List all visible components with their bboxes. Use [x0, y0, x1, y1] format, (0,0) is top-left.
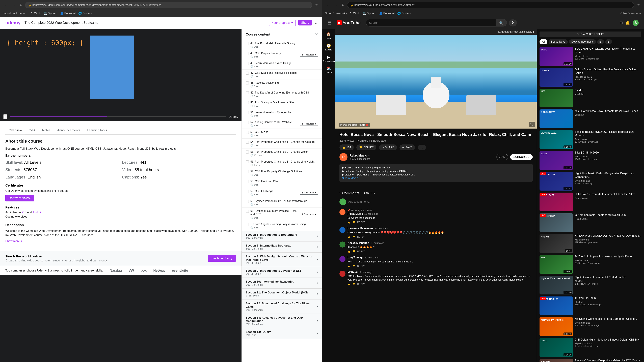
yt-rec-item[interactable]: BLISS 1:03:38 Bliss | Chillmix 2020 Rela…	[540, 151, 641, 170]
comment-dislike-btn[interactable]: 👎	[352, 250, 355, 253]
lesson-checkbox[interactable]	[246, 121, 249, 124]
lesson-checkbox[interactable]	[246, 150, 249, 153]
comment-like-btn[interactable]: 👍	[348, 236, 350, 238]
comment-like-btn[interactable]: 👍	[348, 221, 350, 224]
yt-subscribe-btn[interactable]: SUBSCRIBE	[510, 154, 533, 160]
bookmark-personal[interactable]: 👤 Personal	[60, 11, 76, 15]
lesson-checkbox[interactable]	[246, 180, 249, 183]
yt-sort-btn[interactable]: SORT BY	[363, 192, 375, 195]
section-header[interactable]: Section 10: Intermediate Javascript 0/13…	[242, 278, 322, 289]
yt-dislike-btn[interactable]: 👎 DISLIKE	[356, 144, 376, 150]
udemy-back-btn[interactable]: ←	[3, 2, 9, 8]
lesson-item[interactable]: 54. Font Properties Challenge 1 - Change…	[242, 139, 322, 148]
yt-comment-input[interactable]	[348, 199, 533, 205]
lesson-checkbox[interactable]	[246, 52, 249, 55]
lesson-item[interactable]: 50. Font Styling in Our Personal Site 🕐 …	[242, 99, 322, 109]
yt-user-avatar[interactable]: S	[632, 20, 639, 26]
pill-more2[interactable]: ▶	[605, 39, 612, 44]
yt-other-bookmarks[interactable]: Other Bookmarks	[620, 12, 641, 15]
play-button[interactable]: ▶	[3, 114, 7, 119]
lesson-checkbox[interactable]	[246, 141, 249, 144]
yt-rec-item[interactable]: SEASIDE JAZZ 1:28:45 Seaside Bossa Nova …	[540, 130, 641, 149]
sidebar-item-library[interactable]: 📚 Library	[326, 66, 332, 74]
bookmark-import[interactable]: Import bookmarks...	[3, 12, 28, 15]
yt-url-bar[interactable]: 🔒 https://www.youtube.com/watch?v=PmxGpX…	[347, 2, 634, 8]
section-header[interactable]: Section 7: Intermediate Bootstrap 5/13 ·…	[242, 242, 322, 253]
yt-channel-avatar[interactable]: R	[340, 153, 348, 161]
yt-back-btn[interactable]: ←	[325, 2, 331, 8]
comment-dislike-btn[interactable]: 👎	[352, 236, 355, 238]
tab-qa[interactable]: Q&A	[25, 126, 39, 134]
sidebar-item-explore[interactable]: 🧭 Explore	[325, 43, 332, 51]
lesson-checkbox[interactable]	[246, 81, 249, 84]
yt-rec-item[interactable]: Motivating Work Music 1:11:46 Motivating…	[540, 317, 641, 336]
lesson-checkbox[interactable]	[246, 223, 249, 226]
lesson-item[interactable]: 60. Stylised Personal Site Solution Walk…	[242, 198, 322, 208]
section-header[interactable]: Section 9: Introduction to Javascript ES…	[242, 267, 322, 278]
comment-like-btn[interactable]: 👍	[348, 250, 350, 253]
section-header[interactable]: Section 13: Advanced Javascript and DOM …	[242, 314, 322, 328]
comment-dislike-btn[interactable]: 👎	[352, 283, 355, 285]
yt-rec-item[interactable]: HOTEL JAZZ LIVE Hotel JAZZ - Exquisite I…	[540, 193, 641, 211]
yt-bookmark-personal[interactable]: 👤 Personal	[379, 11, 394, 15]
yt-bookmark-btn[interactable]: ☆	[635, 2, 641, 8]
yt-rec-item[interactable]: CHILL 1:18:25 Chill Guitar Night | Seduc…	[540, 338, 641, 357]
lesson-checkbox[interactable]	[246, 42, 249, 45]
sidebar-item-subscriptions[interactable]: ▶ Subscriptions	[322, 55, 334, 62]
lesson-resources-btn[interactable]: ⊕ Resources ▾	[300, 53, 318, 57]
yt-logo[interactable]: ▶ YouTube	[337, 20, 360, 25]
tab-overview[interactable]: Overview	[5, 126, 25, 134]
lesson-resources-btn[interactable]: ⊕ Resources ▾	[300, 122, 318, 126]
yt-rec-item[interactable]: TOKYO HACKER LIVE TOKYO HACKER FluxFM 35…	[540, 297, 641, 315]
yt-join-btn[interactable]: JOIN	[496, 154, 508, 160]
udemy-url-bar[interactable]: 🔒 https://www.udemy.com/course/the-compl…	[25, 2, 312, 8]
yt-search-input[interactable]	[366, 19, 496, 26]
tab-learning-tools[interactable]: Learning tools	[84, 126, 110, 134]
lesson-item[interactable]: 52. Adding Content to Our Website 🕐 6min…	[242, 119, 322, 129]
yt-rec-item[interactable]: 24/7 1:30:43 24/7 lo-fi hip hop radio - …	[540, 255, 641, 274]
lesson-item[interactable]: 59. CSS Challenge 🕐 6min ⊕ Resources ▾	[242, 188, 322, 198]
tab-notes[interactable]: Notes	[39, 126, 54, 134]
lesson-item[interactable]: 48. Absolute positioning 🕐 6min	[242, 79, 322, 89]
yt-reload-btn[interactable]: ↻	[340, 2, 346, 8]
comment-reply-btn[interactable]: REPLY	[357, 236, 365, 238]
yt-like-btn[interactable]: 👍 124	[340, 144, 354, 150]
yt-rec-item[interactable]: LOFI HIPHOP LIVE lo-fi hip hop radio - b…	[540, 213, 641, 232]
comment-like-btn[interactable]: 👍	[348, 283, 350, 285]
lesson-checkbox[interactable]	[246, 190, 249, 193]
lesson-checkbox[interactable]	[246, 91, 249, 94]
section-header[interactable]: Section 8: Web Design School - Create a …	[242, 253, 322, 267]
pill-bossanova[interactable]: Bossa Nova	[548, 39, 568, 44]
lesson-item[interactable]: 44. The Box Model of Website Styling 🕐 6…	[242, 40, 322, 50]
yt-bookmark-system[interactable]: 💻 System	[362, 11, 376, 15]
section-header[interactable]: Section 14: jQuery 8/11 · 1hr ▾	[242, 328, 322, 339]
lesson-checkbox[interactable]	[246, 131, 249, 134]
yt-rec-item[interactable]: MIX By Mix YouTube	[540, 89, 641, 107]
yt-grid-btn[interactable]: ⊞	[620, 21, 623, 25]
comment-reply-btn[interactable]: REPLY	[357, 265, 365, 267]
yt-notification-btn[interactable]: 🔔	[626, 21, 630, 25]
bookmark-work[interactable]: 🗂 Work	[30, 12, 41, 15]
bookmark-system[interactable]: 💻 System	[44, 11, 57, 15]
yt-fullscreen-btn[interactable]: ⛶	[529, 122, 535, 127]
lesson-checkbox[interactable]	[246, 71, 249, 75]
yt-bookmark-other[interactable]: Other Bookmarks	[325, 12, 347, 15]
lesson-item[interactable]: 56. Font Properties Challenge 3 - Change…	[242, 158, 322, 168]
lesson-progress-bar[interactable]	[10, 116, 226, 117]
yt-forward-btn[interactable]: →	[332, 2, 339, 8]
udemy-share-btn[interactable]: Share	[298, 20, 312, 25]
lesson-item[interactable]: 46. Learn More About Web Design 🕐 1min	[242, 60, 322, 70]
lesson-item[interactable]: 61. [Optional] Get More Practice HTML an…	[242, 208, 322, 221]
yt-show-more-desc[interactable]: SHOW MORE	[342, 177, 358, 179]
section-header[interactable]: Section 6: Introduction to Bootstrap 4 5…	[242, 231, 322, 242]
yt-show-chat-btn[interactable]: SHOW CHAT REPLAY	[540, 31, 641, 37]
sidebar-close-btn[interactable]: ✕	[315, 32, 318, 36]
lesson-checkbox[interactable]	[246, 210, 249, 213]
yt-rec-item[interactable]: SOUL 1:31:29 SOUL MUSIC • Relaxing soul …	[540, 47, 641, 66]
udemy-logo[interactable]: udemy	[5, 20, 20, 25]
udemy-menu-btn[interactable]: ≡	[314, 21, 317, 25]
yt-rec-item[interactable]: GUITAR 1:57:57 Deluxe Smooth Guitar | Po…	[540, 68, 641, 87]
lesson-checkbox[interactable]	[246, 62, 249, 65]
teach-btn[interactable]: Teach on Udemy	[208, 255, 236, 262]
yt-bookmark-socials[interactable]: 🌐 Socials	[397, 11, 411, 15]
